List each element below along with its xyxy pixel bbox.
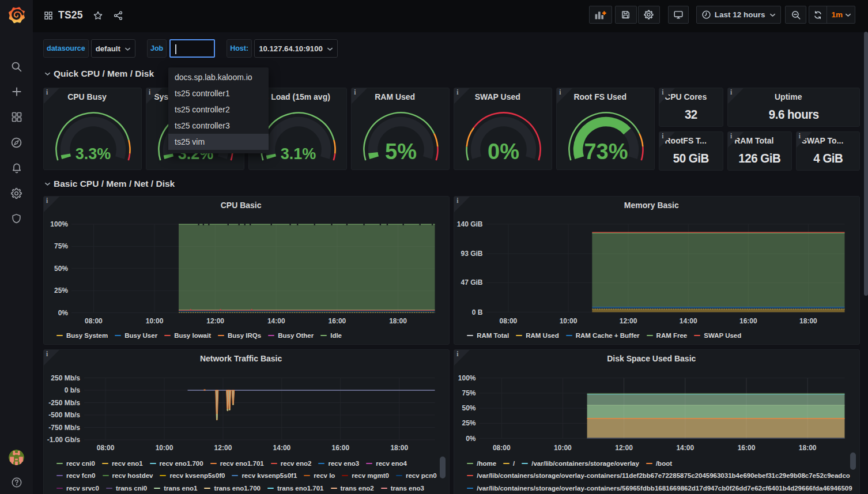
gauge-value: 73% <box>584 139 628 164</box>
legend-item[interactable]: trans cni0 <box>106 485 147 492</box>
legend-series-label: Busy IRQs <box>228 332 261 339</box>
legend-item[interactable]: recv kvsenp5s0f0 <box>160 472 225 479</box>
refresh-interval-label[interactable]: 1m <box>827 10 845 19</box>
legend-item[interactable]: recv hostdev <box>103 472 153 479</box>
dashboard-grid-icon[interactable] <box>44 11 53 20</box>
panel-title[interactable]: Uptime <box>728 92 848 101</box>
legend-item[interactable]: recv lo <box>304 472 335 479</box>
create-icon[interactable] <box>10 85 23 98</box>
legend-item[interactable]: SWAP Used <box>694 332 741 339</box>
legend-item[interactable]: RAM Used <box>516 332 559 339</box>
legend-item[interactable]: trans eno2 <box>331 485 374 492</box>
legend-item[interactable]: Busy IRQs <box>218 332 261 339</box>
help-icon[interactable] <box>10 476 23 489</box>
chart-legend-row: recv fcn0recv hostdevrecv kvsenp5s0f0rec… <box>56 470 442 481</box>
legend-item[interactable]: trans eno3 <box>381 485 424 492</box>
legend-scrollbar[interactable] <box>440 457 446 478</box>
info-icon: i <box>662 89 663 96</box>
legend-item[interactable]: recv eno3 <box>318 460 359 467</box>
legend-item[interactable]: recv eno4 <box>366 460 407 467</box>
gauge-panel-root-fs-used: iRoot FS Used73% <box>556 88 655 170</box>
info-icon: i <box>662 133 663 139</box>
legend-item[interactable]: recv srvc0 <box>56 485 99 492</box>
legend-item[interactable]: trans eno1.701 <box>267 485 324 492</box>
legend-item[interactable]: Busy User <box>115 332 157 339</box>
job-input[interactable] <box>169 39 215 58</box>
alerting-bell-icon[interactable] <box>10 161 23 174</box>
legend-item[interactable]: RAM Cache + Buffer <box>566 332 640 339</box>
variable-datasource-value[interactable]: default <box>91 39 135 58</box>
svg-text:75%: 75% <box>462 389 476 397</box>
legend-series-dash <box>56 488 63 489</box>
legend-item[interactable]: RAM Free <box>647 332 688 339</box>
legend-series-label: RAM Total <box>477 332 509 339</box>
grafana-logo[interactable] <box>7 5 27 25</box>
legend-item[interactable]: RAM Total <box>467 332 509 339</box>
legend-scrollbar[interactable] <box>850 452 856 470</box>
variable-host-value[interactable]: 10.127.64.10:9100 <box>254 39 338 58</box>
legend-item[interactable]: recv kvsenp5s0f1 <box>232 472 297 479</box>
legend-item[interactable]: /home <box>467 460 496 467</box>
svg-text:14:00: 14:00 <box>267 317 285 325</box>
legend-item[interactable]: / <box>503 460 515 467</box>
legend-item[interactable]: /var/lib/containers/storage/overlay-cont… <box>467 485 852 492</box>
server-admin-shield-icon[interactable] <box>10 212 23 225</box>
add-panel-button[interactable] <box>589 6 612 24</box>
gauge-panel-swap-used: iSWAP Used0% <box>454 88 552 170</box>
job-dropdown-option[interactable]: docs.sp.lab.kaloom.io <box>168 69 269 85</box>
legend-item[interactable]: /var/lib/containers/storage/overlay <box>522 460 639 467</box>
job-dropdown-option[interactable]: ts25 vim <box>168 134 269 150</box>
zoom-out-button[interactable] <box>785 6 806 24</box>
row-header-basic[interactable]: Basic CPU / Mem / Net / Disk <box>44 179 175 189</box>
refresh-chevron-down-icon[interactable] <box>845 13 855 17</box>
legend-item[interactable]: Idle <box>320 332 342 339</box>
legend-item[interactable]: Busy Other <box>268 332 314 339</box>
dashboard-title[interactable]: TS25 <box>58 9 83 21</box>
job-dropdown-option[interactable]: ts25 controller3 <box>168 118 269 134</box>
legend-series-label: Busy Iowait <box>174 332 211 339</box>
legend-item[interactable]: recv fcn0 <box>56 472 96 479</box>
legend-item[interactable]: trans eno1.700 <box>204 485 261 492</box>
legend-item[interactable]: recv eno1.700 <box>150 460 203 467</box>
legend-series-label: recv kvsenp5s0f1 <box>241 472 297 479</box>
legend-item[interactable]: recv cni0 <box>56 460 95 467</box>
legend-item[interactable]: /boot <box>646 460 672 467</box>
explore-compass-icon[interactable] <box>10 136 23 149</box>
star-icon[interactable] <box>93 10 103 21</box>
variable-datasource-label: datasource <box>43 39 89 58</box>
legend-item[interactable]: recv mgmt0 <box>342 472 389 479</box>
dashboards-icon[interactable] <box>10 111 23 123</box>
stat-value: 126 GiB <box>731 151 788 166</box>
job-dropdown-option[interactable]: ts25 controller2 <box>168 101 269 118</box>
stat-panel-ram-total: iRAM Total126 GiB <box>727 131 792 171</box>
legend-item[interactable]: recv eno1 <box>102 460 143 467</box>
cycle-view-mode-button[interactable] <box>668 6 689 24</box>
legend-item[interactable]: trans eno1 <box>154 485 197 492</box>
variable-datasource-text: default <box>96 44 120 53</box>
gauge-value: 3.1% <box>281 145 316 163</box>
page-scrollbar[interactable] <box>864 32 868 296</box>
time-picker-button[interactable]: Last 12 hours <box>696 6 782 24</box>
legend-item[interactable]: Busy Iowait <box>164 332 211 339</box>
clock-icon <box>701 10 711 20</box>
share-icon[interactable] <box>113 10 123 21</box>
dashboard-settings-button[interactable] <box>638 6 660 24</box>
svg-text:250 Mb/s: 250 Mb/s <box>51 374 80 382</box>
panel-title[interactable]: Network Traffic Basic <box>44 354 438 363</box>
panel-title[interactable]: CPU Basic <box>44 201 438 210</box>
panel-title[interactable]: Disk Space Used Basic <box>454 354 848 363</box>
search-icon[interactable] <box>10 60 23 73</box>
row-header-quick[interactable]: Quick CPU / Mem / Disk <box>44 69 154 79</box>
legend-item[interactable]: Busy System <box>56 332 108 339</box>
save-dashboard-button[interactable] <box>615 6 637 24</box>
legend-series-label: trans eno1.700 <box>214 485 261 492</box>
job-dropdown-option[interactable]: ts25 controller1 <box>168 85 269 101</box>
legend-item[interactable]: recv eno2 <box>271 460 312 467</box>
panel-title[interactable]: Memory Basic <box>454 201 848 210</box>
legend-item[interactable]: recv pcn0 <box>396 472 437 479</box>
avatar[interactable] <box>9 450 24 465</box>
configuration-gear-icon[interactable] <box>10 187 23 199</box>
refresh-button[interactable] <box>809 10 827 20</box>
legend-item[interactable]: recv eno1.701 <box>210 460 264 467</box>
legend-item[interactable]: /var/lib/containers/storage/overlay-cont… <box>467 472 850 479</box>
